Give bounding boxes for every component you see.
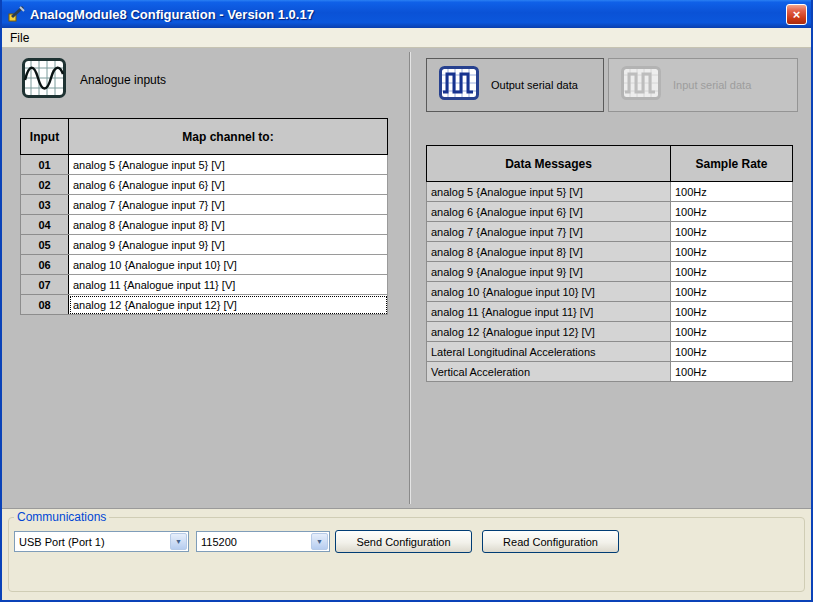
- channel-mapping-cell[interactable]: analog 9 {Analogue input 9} [V]: [69, 235, 388, 255]
- data-message-cell[interactable]: analog 7 {Analogue input 7} [V]: [427, 222, 671, 242]
- data-message-cell[interactable]: Vertical Acceleration: [427, 362, 671, 382]
- table-row: 08 analog 12 {Analogue input 12} [V]: [21, 295, 388, 315]
- table-row: 06 analog 10 {Analogue input 10} [V]: [21, 255, 388, 275]
- input-number-cell: 01: [21, 155, 69, 175]
- table-row: 05 analog 9 {Analogue input 9} [V]: [21, 235, 388, 255]
- channel-mapping-cell[interactable]: analog 12 {Analogue input 12} [V]: [69, 295, 388, 315]
- column-header-data-messages: Data Messages: [427, 146, 671, 182]
- communications-group-label: Communications: [14, 510, 109, 524]
- channel-mapping-cell[interactable]: analog 6 {Analogue input 6} [V]: [69, 175, 388, 195]
- output-data-table: Data Messages Sample Rate analog 5 {Anal…: [426, 145, 793, 382]
- pane-divider: [409, 52, 411, 504]
- tab-output-serial-data[interactable]: Output serial data: [426, 58, 604, 112]
- table-row: Vertical Acceleration 100Hz: [427, 362, 793, 382]
- output-tab-icon: [439, 66, 479, 104]
- input-number-cell: 06: [21, 255, 69, 275]
- input-number-cell: 04: [21, 215, 69, 235]
- sample-rate-cell[interactable]: 100Hz: [671, 262, 793, 282]
- port-dropdown-arrow-icon[interactable]: ▼: [170, 533, 187, 550]
- input-number-cell: 05: [21, 235, 69, 255]
- sample-rate-cell[interactable]: 100Hz: [671, 282, 793, 302]
- title-bar: AnalogModule8 Configuration - Version 1.…: [2, 0, 811, 28]
- send-configuration-button[interactable]: Send Configuration: [335, 530, 472, 553]
- channel-mapping-cell[interactable]: analog 11 {Analogue input 11} [V]: [69, 275, 388, 295]
- analogue-inputs-label: Analogue inputs: [80, 73, 166, 87]
- tab-input-serial-data[interactable]: Input serial data: [608, 58, 798, 112]
- table-row: analog 7 {Analogue input 7} [V] 100Hz: [427, 222, 793, 242]
- communications-panel: Communications USB Port (Port 1) ▼ 11520…: [2, 508, 811, 600]
- table-row: analog 8 {Analogue input 8} [V] 100Hz: [427, 242, 793, 262]
- app-window: AnalogModule8 Configuration - Version 1.…: [0, 0, 813, 602]
- close-icon: ×: [793, 7, 801, 22]
- data-message-cell[interactable]: analog 6 {Analogue input 6} [V]: [427, 202, 671, 222]
- sample-rate-cell[interactable]: 100Hz: [671, 302, 793, 322]
- input-tab-icon: [621, 66, 661, 104]
- baud-rate-value: 115200: [197, 536, 310, 548]
- data-message-cell[interactable]: analog 12 {Analogue input 12} [V]: [427, 322, 671, 342]
- data-message-cell[interactable]: analog 5 {Analogue input 5} [V]: [427, 182, 671, 202]
- menu-bar: File: [2, 28, 811, 48]
- column-header-map-channel: Map channel to:: [69, 119, 388, 155]
- column-header-sample-rate: Sample Rate: [671, 146, 793, 182]
- data-message-cell[interactable]: Lateral Longitudinal Accelerations: [427, 342, 671, 362]
- channel-mapping-cell[interactable]: analog 10 {Analogue input 10} [V]: [69, 255, 388, 275]
- port-select[interactable]: USB Port (Port 1) ▼: [14, 531, 189, 552]
- data-message-cell[interactable]: analog 8 {Analogue input 8} [V]: [427, 242, 671, 262]
- sample-rate-cell[interactable]: 100Hz: [671, 322, 793, 342]
- sample-rate-cell[interactable]: 100Hz: [671, 222, 793, 242]
- sample-rate-cell[interactable]: 100Hz: [671, 362, 793, 382]
- input-number-cell: 03: [21, 195, 69, 215]
- data-table-header-row: Data Messages Sample Rate: [427, 146, 793, 182]
- client-area: Analogue inputs Input Map channel to: 01…: [2, 48, 811, 508]
- close-button[interactable]: ×: [786, 4, 807, 25]
- data-message-cell[interactable]: analog 10 {Analogue input 10} [V]: [427, 282, 671, 302]
- analogue-inputs-header: Analogue inputs: [22, 58, 166, 102]
- map-table-header-row: Input Map channel to:: [21, 119, 388, 155]
- baud-rate-select[interactable]: 115200 ▼: [196, 531, 330, 552]
- table-row: 07 analog 11 {Analogue input 11} [V]: [21, 275, 388, 295]
- table-row: 02 analog 6 {Analogue input 6} [V]: [21, 175, 388, 195]
- window-title: AnalogModule8 Configuration - Version 1.…: [30, 7, 786, 22]
- analogue-inputs-icon: [22, 58, 66, 102]
- table-row: analog 10 {Analogue input 10} [V] 100Hz: [427, 282, 793, 302]
- column-header-input: Input: [21, 119, 69, 155]
- serial-data-tabs: Output serial data Input serial data: [426, 58, 798, 112]
- data-message-cell[interactable]: analog 9 {Analogue input 9} [V]: [427, 262, 671, 282]
- table-row: analog 12 {Analogue input 12} [V] 100Hz: [427, 322, 793, 342]
- sample-rate-cell[interactable]: 100Hz: [671, 202, 793, 222]
- input-number-cell: 08: [21, 295, 69, 315]
- channel-mapping-cell[interactable]: analog 5 {Analogue input 5} [V]: [69, 155, 388, 175]
- sample-rate-cell[interactable]: 100Hz: [671, 342, 793, 362]
- table-row: Lateral Longitudinal Accelerations 100Hz: [427, 342, 793, 362]
- app-icon: [8, 5, 26, 23]
- sample-rate-cell[interactable]: 100Hz: [671, 182, 793, 202]
- tab-output-label: Output serial data: [491, 79, 578, 91]
- table-row: analog 9 {Analogue input 9} [V] 100Hz: [427, 262, 793, 282]
- tab-input-label: Input serial data: [673, 79, 751, 91]
- table-row: 03 analog 7 {Analogue input 7} [V]: [21, 195, 388, 215]
- communications-groupbox: [8, 517, 805, 592]
- table-row: 04 analog 8 {Analogue input 8} [V]: [21, 215, 388, 235]
- input-number-cell: 07: [21, 275, 69, 295]
- table-row: analog 11 {Analogue input 11} [V] 100Hz: [427, 302, 793, 322]
- table-row: analog 5 {Analogue input 5} [V] 100Hz: [427, 182, 793, 202]
- input-map-table: Input Map channel to: 01 analog 5 {Analo…: [20, 118, 388, 315]
- read-configuration-button[interactable]: Read Configuration: [482, 530, 619, 553]
- sample-rate-cell[interactable]: 100Hz: [671, 242, 793, 262]
- baud-dropdown-arrow-icon[interactable]: ▼: [311, 533, 328, 550]
- menu-file[interactable]: File: [2, 29, 37, 47]
- port-select-value: USB Port (Port 1): [15, 536, 169, 548]
- data-message-cell[interactable]: analog 11 {Analogue input 11} [V]: [427, 302, 671, 322]
- channel-mapping-cell[interactable]: analog 8 {Analogue input 8} [V]: [69, 215, 388, 235]
- channel-mapping-cell[interactable]: analog 7 {Analogue input 7} [V]: [69, 195, 388, 215]
- table-row: 01 analog 5 {Analogue input 5} [V]: [21, 155, 388, 175]
- input-number-cell: 02: [21, 175, 69, 195]
- table-row: analog 6 {Analogue input 6} [V] 100Hz: [427, 202, 793, 222]
